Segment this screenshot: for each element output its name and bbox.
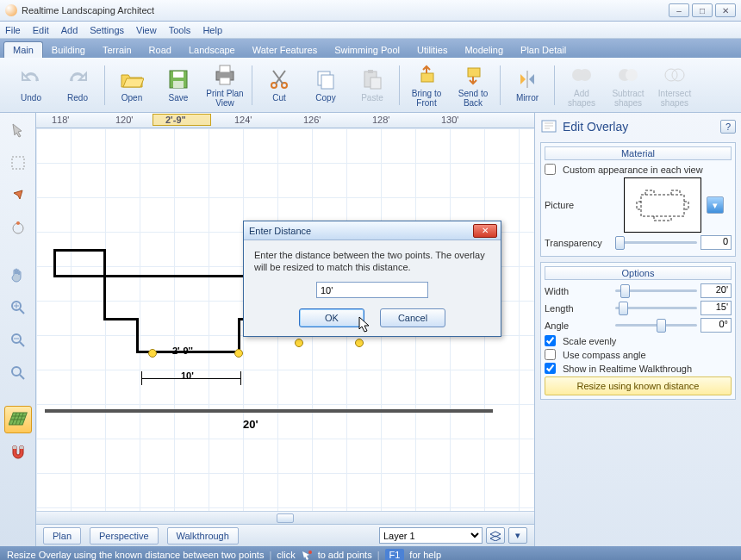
view-tab-plan[interactable]: Plan	[43, 527, 81, 544]
ribbon-tabs: Main Building Terrain Road Landscape Wat…	[0, 39, 741, 58]
cut-button[interactable]: Cut	[257, 60, 302, 110]
resize-known-distance-button[interactable]: Resize using known distance	[545, 376, 732, 395]
length-value[interactable]: 15'	[701, 301, 732, 315]
pointer-tool[interactable]	[4, 116, 32, 144]
width-slider[interactable]	[615, 284, 697, 298]
dialog-close-button[interactable]: ✕	[473, 224, 497, 238]
scissors-icon	[267, 67, 291, 91]
menu-add[interactable]: Add	[61, 25, 78, 35]
transparency-value[interactable]: 0	[701, 235, 732, 250]
print-plan-button[interactable]: Print Plan View	[202, 60, 247, 110]
picture-preview[interactable]	[624, 177, 701, 233]
zoom-out-icon	[9, 332, 27, 349]
panel-title: Edit Overlay	[563, 120, 720, 134]
ruler-tick: 120'	[115, 115, 133, 125]
add-shapes-button[interactable]: Add shapes	[559, 60, 604, 110]
subtract-shapes-button[interactable]: Subtract shapes	[606, 60, 651, 110]
app-title: Realtime Landscaping Architect	[22, 5, 669, 16]
pointer-icon	[10, 122, 26, 138]
dialog-message: Enter the distance between the two point…	[254, 249, 490, 273]
bring-front-button[interactable]: Bring to Front	[404, 60, 449, 110]
marquee-tool[interactable]	[4, 149, 32, 177]
view-tab-walkthrough[interactable]: Walkthrough	[167, 527, 239, 544]
ruler-horizontal[interactable]: 118' 120' 2'-9" 124' 126' 128' 130'	[36, 113, 534, 128]
dialog-title-bar[interactable]: Enter Distance ✕	[244, 221, 501, 240]
mirror-icon	[515, 67, 539, 91]
distance-input[interactable]	[316, 282, 428, 298]
angle-slider[interactable]	[615, 319, 697, 333]
menu-tools[interactable]: Tools	[169, 25, 191, 35]
svg-point-18	[626, 69, 638, 81]
menu-file[interactable]: File	[5, 25, 21, 35]
tab-water[interactable]: Water Features	[244, 42, 326, 58]
picture-dropdown-button[interactable]: ▾	[707, 196, 724, 214]
length-slider[interactable]	[615, 302, 697, 315]
zoom-fit-tool[interactable]	[4, 359, 32, 387]
close-button[interactable]: ✕	[715, 3, 736, 17]
tab-pool[interactable]: Swimming Pool	[326, 42, 408, 58]
layer-dropdown-button[interactable]: ▾	[508, 527, 527, 544]
tab-modeling[interactable]: Modeling	[456, 42, 512, 58]
menu-edit[interactable]: Edit	[33, 25, 49, 35]
show-walkthrough-checkbox[interactable]	[545, 363, 556, 374]
anchor-point[interactable]	[295, 339, 303, 347]
anchor-point[interactable]	[355, 339, 364, 347]
svg-point-23	[16, 221, 20, 225]
dialog-title: Enter Distance	[247, 226, 473, 236]
send-back-button[interactable]: Send to Back	[451, 60, 495, 110]
mirror-button[interactable]: Mirror	[505, 60, 550, 110]
ruler-tick: 130'	[441, 115, 458, 125]
tab-utilities[interactable]: Utilities	[408, 42, 456, 58]
snap-tool[interactable]	[4, 439, 32, 466]
redo-button[interactable]: Redo	[55, 60, 100, 110]
ok-button[interactable]: OK	[299, 308, 364, 327]
custom-appearance-label: Custom appearance in each view	[563, 165, 703, 175]
menu-view[interactable]: View	[136, 25, 157, 35]
scale-evenly-label: Scale evenly	[563, 336, 616, 346]
intersect-shapes-button[interactable]: Intersect shapes	[652, 60, 697, 110]
cancel-button[interactable]: Cancel	[380, 308, 445, 327]
menu-bar: File Edit Add Settings View Tools Help	[0, 22, 741, 39]
tab-plan-detail[interactable]: Plan Detail	[512, 42, 575, 58]
maximize-button[interactable]: □	[692, 3, 713, 17]
scale-evenly-checkbox[interactable]	[545, 335, 556, 346]
custom-appearance-checkbox[interactable]	[545, 164, 556, 175]
tab-terrain[interactable]: Terrain	[94, 42, 140, 58]
menu-settings[interactable]: Settings	[90, 25, 124, 35]
paste-button[interactable]: Paste	[350, 60, 395, 110]
pan-tool[interactable]	[4, 261, 32, 289]
send-back-icon	[461, 63, 485, 87]
show-walkthrough-label: Show in Realtime Walkthrough	[563, 364, 692, 374]
anchor-point[interactable]	[148, 349, 157, 358]
zoom-in-tool[interactable]	[4, 294, 32, 321]
transparency-slider[interactable]	[615, 236, 697, 250]
tab-building[interactable]: Building	[43, 42, 94, 58]
undo-button[interactable]: Undo	[9, 60, 53, 110]
layer-select[interactable]: Layer 1	[379, 527, 483, 544]
subtract-shapes-icon	[616, 63, 640, 87]
zoom-fit-icon	[9, 364, 27, 382]
tab-landscape[interactable]: Landscape	[180, 42, 244, 58]
rotate-tool[interactable]	[4, 215, 32, 242]
width-value[interactable]: 20'	[701, 283, 732, 298]
layers-button[interactable]	[486, 527, 505, 544]
open-button[interactable]: Open	[109, 60, 154, 110]
anchor-point[interactable]	[234, 349, 243, 358]
help-button[interactable]: ?	[720, 120, 736, 134]
move-tool[interactable]	[4, 182, 32, 209]
grid-tool[interactable]	[4, 406, 32, 433]
zoom-out-tool[interactable]	[4, 327, 32, 354]
compass-angle-checkbox[interactable]	[545, 349, 556, 360]
horizontal-scrollbar[interactable]	[36, 511, 534, 524]
tab-main[interactable]: Main	[3, 41, 43, 58]
menu-help[interactable]: Help	[202, 25, 222, 35]
svg-rect-9	[321, 75, 333, 89]
angle-value[interactable]: 0°	[701, 318, 732, 333]
copy-button[interactable]: Copy	[303, 60, 348, 110]
tab-road[interactable]: Road	[140, 42, 180, 58]
view-tab-perspective[interactable]: Perspective	[90, 527, 158, 544]
save-button[interactable]: Save	[156, 60, 201, 110]
minimize-button[interactable]: –	[669, 3, 689, 17]
svg-point-20	[672, 69, 684, 81]
width-label: Width	[545, 286, 612, 296]
